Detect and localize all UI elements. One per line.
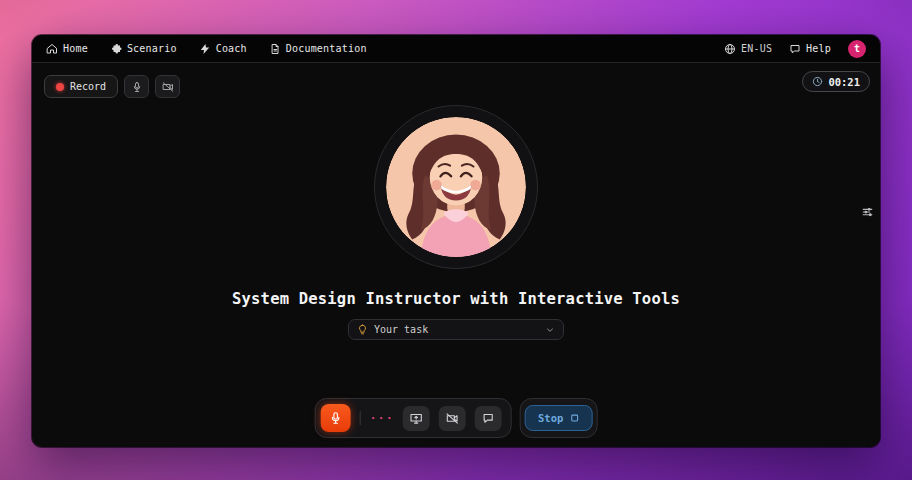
screen-share-button[interactable]: [403, 406, 430, 431]
nav-item-label: Coach: [216, 43, 247, 54]
globe-icon: [724, 43, 736, 55]
stop-button-group: Stop: [520, 398, 597, 438]
camera-off-button[interactable]: [439, 406, 466, 431]
camera-off-icon: [446, 412, 459, 425]
camera-toggle-button[interactable]: [155, 75, 180, 98]
user-initial: t: [854, 43, 860, 54]
lightbulb-icon: [357, 324, 368, 335]
stop-square-icon: [569, 413, 579, 423]
app-window: Home Scenario Coach Documentation: [32, 35, 880, 447]
screen-share-icon: [410, 412, 423, 425]
nav-left: Home Scenario Coach Documentation: [46, 43, 367, 55]
document-icon: [269, 43, 281, 55]
nav-item-label: Home: [63, 43, 88, 54]
call-controls-dock: ... Stop: [315, 398, 598, 438]
help-button[interactable]: Help: [789, 43, 831, 55]
sliders-icon: [861, 205, 874, 218]
chevron-down-icon: [545, 325, 555, 335]
call-controls-group: ...: [315, 398, 512, 438]
more-options-button[interactable]: ...: [370, 411, 394, 425]
dock-divider: [360, 411, 361, 425]
stop-button[interactable]: Stop: [525, 405, 592, 431]
session-timer: 00:21: [802, 71, 870, 92]
nav-right: EN-US Help t: [724, 40, 866, 58]
task-dropdown[interactable]: Your task: [348, 319, 564, 340]
home-icon: [46, 43, 58, 55]
mic-active-button[interactable]: [321, 404, 351, 432]
record-label: Record: [70, 81, 106, 92]
puzzle-icon: [110, 43, 122, 55]
record-button[interactable]: Record: [44, 75, 118, 98]
camera-off-icon: [162, 81, 174, 93]
instructor-avatar-illustration: [386, 117, 526, 257]
language-selector[interactable]: EN-US: [724, 43, 772, 55]
help-bubble-icon: [789, 43, 801, 55]
record-dot-icon: [56, 83, 64, 91]
scenario-title: System Design Instructor with Interactiv…: [232, 290, 680, 308]
side-panel-toggle[interactable]: [858, 201, 876, 221]
mic-toggle-button[interactable]: [124, 75, 149, 98]
main-content: Record 00:21: [32, 63, 880, 446]
clock-icon: [812, 76, 823, 87]
microphone-icon: [329, 411, 343, 425]
bolt-icon: [199, 43, 211, 55]
chat-button[interactable]: [475, 406, 502, 431]
nav-item-scenario[interactable]: Scenario: [110, 43, 177, 55]
top-navbar: Home Scenario Coach Documentation: [32, 35, 880, 63]
user-avatar[interactable]: t: [848, 40, 866, 58]
nav-item-coach[interactable]: Coach: [199, 43, 247, 55]
chat-bubble-icon: [482, 412, 495, 425]
language-label: EN-US: [741, 43, 772, 54]
nav-item-label: Documentation: [286, 43, 367, 54]
nav-item-documentation[interactable]: Documentation: [269, 43, 367, 55]
recording-controls: Record: [44, 75, 180, 98]
help-label: Help: [806, 43, 831, 54]
stop-label: Stop: [538, 412, 563, 424]
instructor-avatar-ring: [374, 105, 538, 269]
task-dropdown-label: Your task: [374, 324, 539, 335]
nav-item-label: Scenario: [127, 43, 177, 54]
timer-value: 00:21: [828, 76, 860, 88]
nav-item-home[interactable]: Home: [46, 43, 88, 55]
microphone-icon: [131, 81, 143, 93]
